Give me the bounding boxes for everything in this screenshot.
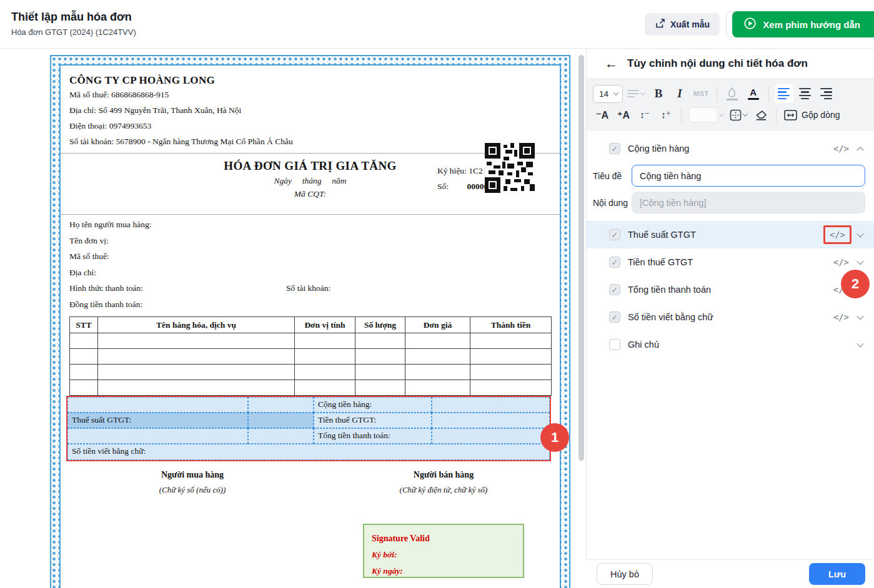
chevron-down-icon[interactable] (857, 340, 863, 347)
chevron-up-icon[interactable] (857, 147, 863, 154)
toolbar-separator (681, 107, 682, 123)
item-label: Số tiền viết bằng chữ (628, 312, 833, 322)
col-quantity: Số lượng (355, 317, 405, 333)
merge-rows-button[interactable]: Gộp dòng (782, 105, 842, 124)
eraser-icon (755, 110, 767, 120)
title-field-label: Tiêu đề (593, 171, 632, 181)
align-center-button[interactable] (796, 84, 815, 103)
panel-item-ghi-chu[interactable]: Ghi chú (587, 331, 874, 358)
droplet-icon (727, 87, 737, 97)
increase-line-height-button[interactable]: ↕⁺ (657, 105, 675, 124)
watch-tutorial-button[interactable]: Xem phim hướng dẫn (732, 11, 874, 37)
buyer-section: Họ tên người mua hàng: Tên đơn vị: Mã số… (69, 217, 551, 312)
payment-method-label: Hình thức thanh toán: (69, 283, 143, 293)
align-right-button[interactable] (817, 84, 836, 103)
chevron-down-icon[interactable] (857, 313, 863, 320)
italic-button[interactable]: I (670, 84, 689, 103)
export-label: Xuất mẫu (670, 19, 710, 29)
panel-item-tong-tien-thanh-toan[interactable]: ✓ Tổng tiền thanh toán </> (587, 276, 874, 303)
chevron-down-icon (640, 90, 645, 95)
panel-item-cong-tien-hang[interactable]: ✓ Cộng tiền hàng </> (587, 135, 874, 162)
item-label: Tổng tiền thanh toán (628, 285, 833, 295)
checkbox-checked[interactable]: ✓ (609, 257, 620, 268)
play-icon (743, 17, 757, 32)
invoice-document[interactable]: CÔNG TY CP HOÀNG LONG Mã số thuế: 686868… (50, 55, 570, 588)
align-center-icon (799, 88, 811, 99)
vat-amount-label: Tiền thuế GTGT: (314, 413, 432, 428)
item-label: Cộng tiền hàng (628, 144, 833, 154)
step-badge-2: 2 (841, 270, 870, 298)
summary-row: Tổng tiền thanh toán: (67, 428, 550, 444)
back-arrow-icon[interactable]: ← (605, 57, 618, 70)
checkbox-checked[interactable]: ✓ (609, 229, 620, 240)
code-icon[interactable]: </> (830, 230, 845, 240)
code-icon[interactable]: </> (833, 144, 849, 154)
highlight-color-button[interactable] (723, 84, 742, 103)
toolbar-separator (768, 86, 769, 102)
vat-rate-label: Thuế suất GTGT: (67, 413, 248, 428)
paragraph-style-dropdown[interactable] (625, 84, 647, 103)
align-left-icon (778, 88, 790, 99)
font-size-select[interactable]: 14 (593, 85, 623, 103)
page-title: Thiết lập mẫu hóa đơn (11, 11, 132, 24)
panel-item-so-tien-viet-bang-chu[interactable]: ✓ Số tiền viết bằng chữ </> (587, 303, 874, 331)
invoice-content: CÔNG TY CP HOÀNG LONG Mã số thuế: 686868… (59, 64, 561, 588)
item-label: Ghi chú (628, 340, 858, 350)
currency-label: Đồng tiền thanh toán: (69, 296, 551, 313)
content-input[interactable] (632, 192, 865, 213)
merge-rows-label: Gộp dòng (802, 110, 840, 120)
export-template-button[interactable]: Xuất mẫu (645, 13, 720, 36)
list-style-icon (627, 90, 639, 98)
mst-button[interactable]: MST (692, 84, 711, 103)
fill-color-dropdown[interactable] (687, 105, 725, 124)
grand-total-label: Tổng tiền thanh toán: (314, 428, 432, 444)
signature-section: Người mua hàng (Chữ ký số (nếu có)) Ngườ… (69, 470, 551, 510)
code-icon[interactable]: </> (833, 312, 849, 322)
align-left-button[interactable] (775, 84, 793, 103)
table-row (70, 365, 552, 380)
top-header: Thiết lập mẫu hóa đơn Hóa đơn GTGT (2024… (0, 0, 874, 49)
bold-button[interactable]: B (649, 84, 668, 103)
subtotal-label: Cộng tiền hàng: (314, 397, 432, 413)
checkbox-checked[interactable]: ✓ (609, 284, 620, 295)
chevron-down-icon[interactable] (857, 230, 863, 237)
content-field-label: Nội dung (593, 198, 632, 208)
item-label: Thuế suất GTGT (628, 230, 823, 240)
checkbox-checked[interactable]: ✓ (609, 311, 620, 323)
chevron-down-icon[interactable] (857, 258, 863, 265)
toolbar-separator (776, 107, 777, 123)
invoice-title-section: HÓA ĐƠN GIÁ TRỊ GIA TĂNG Ngày tháng năm … (69, 159, 551, 210)
item-label: Tiền thuế GTGT (628, 257, 833, 267)
checkbox-unchecked[interactable] (609, 339, 620, 350)
font-color-button[interactable]: A (744, 84, 763, 103)
signed-date-label: Ký ngày: (372, 563, 515, 579)
seller-phone: Điện thoại: 0974993653 (69, 118, 551, 134)
qr-code (485, 143, 535, 193)
preview-scrollbar[interactable] (579, 55, 584, 461)
totals-section-highlighted[interactable]: Cộng tiền hàng: Thuế suất GTGT: Tiền thu… (66, 396, 551, 461)
title-input[interactable] (632, 165, 865, 187)
cancel-button[interactable]: Hủy bỏ (597, 563, 653, 585)
buyer-address-label: Địa chỉ: (69, 265, 551, 281)
increase-font-button[interactable]: ⁺A (614, 105, 633, 124)
app-window: Thiết lập mẫu hóa đơn Hóa đơn GTGT (2024… (0, 0, 874, 588)
checkbox-checked[interactable]: ✓ (609, 143, 620, 154)
invoice-preview-area: CÔNG TY CP HOÀNG LONG Mã số thuế: 686868… (0, 49, 586, 588)
code-icon[interactable]: </> (833, 257, 849, 267)
col-amount: Thành tiền (470, 317, 552, 333)
decrease-font-button[interactable]: ⁻A (593, 105, 612, 124)
clear-format-button[interactable] (752, 105, 770, 124)
seller-signature-title: Người bán hàng (369, 470, 519, 480)
buyer-signature-title: Người mua hàng (117, 470, 267, 480)
panel-body: ✓ Cộng tiền hàng </> Tiêu đề Nội dung ✓ … (587, 131, 874, 358)
decrease-line-height-button[interactable]: ↕⁻ (635, 105, 654, 124)
save-button[interactable]: Lưu (809, 563, 865, 585)
borders-dropdown[interactable] (728, 105, 749, 124)
watch-tutorial-label: Xem phim hướng dẫn (763, 19, 860, 30)
number-label: Số: (437, 182, 449, 191)
panel-item-thue-suat-gtgt[interactable]: ✓ Thuế suất GTGT </> (587, 221, 874, 248)
table-row (70, 333, 552, 349)
panel-item-tien-thue-gtgt[interactable]: ✓ Tiền thuế GTGT </> (587, 248, 874, 276)
chevron-down-icon (613, 90, 618, 95)
align-right-icon (820, 88, 832, 99)
